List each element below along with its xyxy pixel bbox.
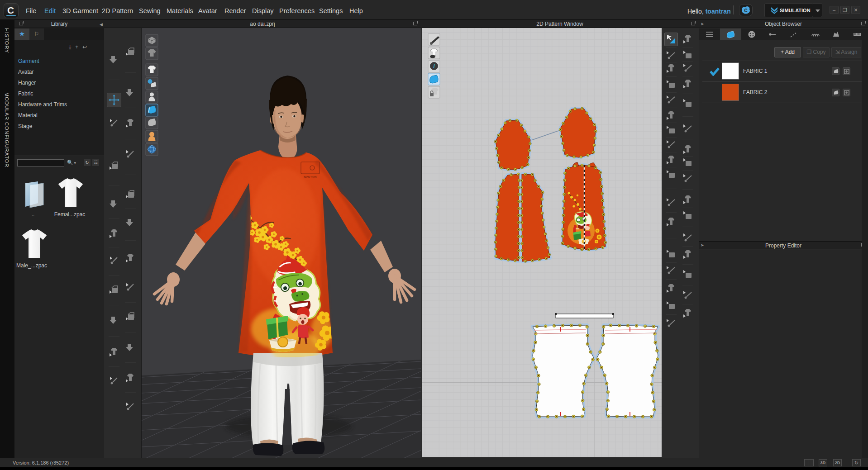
svg-text:TOAN TRAN: TOAN TRAN (304, 176, 317, 178)
svg-text:C: C (744, 8, 747, 13)
